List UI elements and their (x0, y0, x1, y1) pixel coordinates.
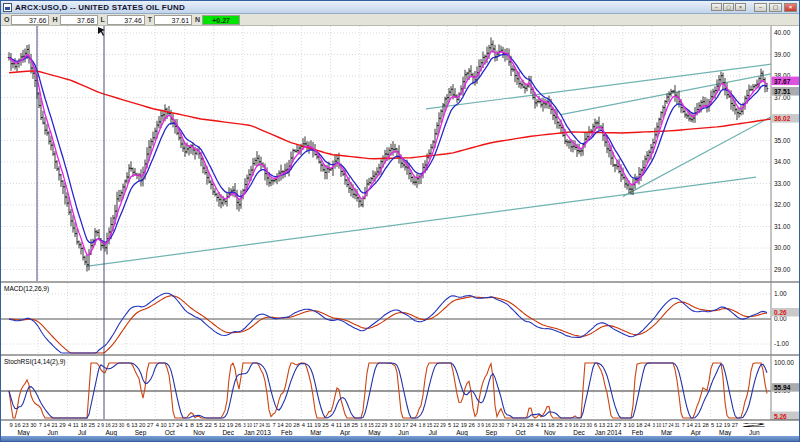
window-title: ARCX:USO,D -- UNITED STATES OIL FUND (15, 3, 185, 12)
trade-label: T (145, 16, 154, 23)
macd-label: MACD(12,26,9) (4, 285, 49, 293)
open-field: O 37.66 (1, 14, 49, 25)
open-value: 37.66 (11, 15, 49, 25)
quote-bar: O 37.66 H 37.68 L 37.46 T 37.61 N +0.27 (1, 14, 799, 26)
titlebar[interactable]: ARCX:USO,D -- UNITED STATES OIL FUND – ▢… (1, 1, 799, 14)
net-field: N +0.27 (192, 14, 240, 25)
high-label: H (49, 16, 59, 23)
high-value: 37.68 (60, 15, 98, 25)
macd-pane: MACD(12,26,9) (1, 282, 800, 353)
window-bottom-frame (1, 436, 799, 442)
time-axis[interactable] (1, 421, 771, 436)
open-label: O (1, 16, 11, 23)
low-value: 37.46 (107, 15, 145, 25)
mdi-close-button[interactable]: × (735, 3, 746, 11)
chart-svg: MACD(12,26,9)StochRSI(14,14(2),9)40.0039… (1, 26, 800, 436)
mdi-minimize-button[interactable]: – (711, 3, 722, 11)
restore-button[interactable]: ▢ (769, 3, 782, 12)
low-label: L (98, 16, 107, 23)
trade-field: T 37.61 (145, 14, 192, 25)
close-button[interactable]: × (784, 3, 797, 12)
chart-window-icon (3, 3, 12, 12)
mdi-restore-button[interactable]: ▢ (723, 3, 734, 11)
net-change-badge: +0.27 (202, 15, 240, 25)
price-axis[interactable] (771, 26, 800, 421)
price-bars (8, 38, 769, 272)
gridlines (1, 26, 771, 419)
mdi-controls: – ▢ × (711, 3, 746, 11)
minimize-button[interactable]: – (754, 3, 767, 12)
moving-averages (9, 51, 771, 255)
net-label: N (192, 16, 202, 23)
red-ma-line (9, 71, 771, 159)
chart-canvas[interactable]: MACD(12,26,9)StochRSI(14,14(2),9)40.0039… (1, 26, 800, 436)
high-field: H 37.68 (49, 14, 97, 25)
low-field: L 37.46 (98, 14, 145, 25)
stoch-label: StochRSI(14,14(2),9) (4, 358, 65, 366)
trendlines (86, 64, 771, 266)
chart-window: ARCX:USO,D -- UNITED STATES OIL FUND – ▢… (0, 0, 800, 442)
window-controls: – ▢ × – ▢ × (711, 3, 799, 12)
trade-value: 37.61 (154, 15, 192, 25)
stoch-pane: StochRSI(14,14(2),9) (1, 355, 800, 418)
